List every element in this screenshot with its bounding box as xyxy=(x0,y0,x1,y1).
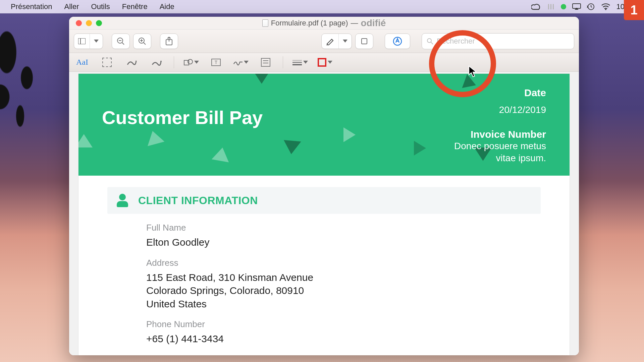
decor-triangle xyxy=(343,127,356,142)
note-icon xyxy=(261,58,270,67)
rotate-icon xyxy=(360,37,368,45)
phone-label: Phone Number xyxy=(146,319,541,329)
client-info-title: CLIENT INFORMATION xyxy=(138,194,258,207)
svg-rect-6 xyxy=(78,38,86,44)
adjustments-icon[interactable] xyxy=(547,3,555,10)
svg-rect-2 xyxy=(553,4,554,9)
airplay-icon[interactable] xyxy=(572,3,581,10)
signature-icon xyxy=(233,59,243,66)
date-label: Date xyxy=(435,87,546,99)
window-traffic-lights xyxy=(69,20,102,26)
textbox-icon: T xyxy=(211,59,221,66)
fullname-value: Elton Goodley xyxy=(146,236,541,249)
markup-toolbar: AaI T xyxy=(69,53,579,72)
highlighter-icon xyxy=(326,37,334,45)
text-select-tool[interactable]: AaI xyxy=(74,56,90,69)
sidebar-icon xyxy=(78,38,86,44)
address-value: 115 East Road, 310 Kinsman Avenue Colora… xyxy=(146,271,541,311)
zoom-out-icon xyxy=(117,37,125,45)
textbox-tool[interactable]: T xyxy=(208,56,224,69)
fullname-label: Full Name xyxy=(146,223,541,233)
menu-presentation[interactable]: Présentation xyxy=(5,2,58,11)
menu-aide[interactable]: Aide xyxy=(154,2,180,11)
chevron-down-icon xyxy=(343,40,347,43)
decor-triangle xyxy=(253,74,270,84)
decor-triangle xyxy=(78,134,93,147)
menu-aller[interactable]: Aller xyxy=(58,2,85,11)
sidebar-view-button[interactable] xyxy=(74,34,103,49)
invoice-number-label: Invoice Number xyxy=(435,129,546,140)
shapes-tool[interactable] xyxy=(183,56,199,69)
window-title-modified: odifié xyxy=(361,18,386,28)
zoom-in-button[interactable] xyxy=(133,34,151,49)
window-titlebar[interactable]: Formulaire.pdf (1 page) — odifié xyxy=(69,17,579,29)
svg-rect-28 xyxy=(318,59,326,66)
macos-menubar: Présentation Aller Outils Fenêtre Aide 1… xyxy=(0,0,644,13)
sketch-icon xyxy=(127,59,137,66)
phone-value: +65 (1) 441-3434 xyxy=(146,332,541,346)
search-input[interactable]: Rechercher xyxy=(422,33,574,49)
person-icon xyxy=(117,194,128,207)
date-value: 20/12/2019 xyxy=(435,105,546,115)
creative-cloud-icon[interactable] xyxy=(531,3,541,10)
stroke-color-tool[interactable] xyxy=(317,56,333,69)
status-tray: 100 % xyxy=(531,2,639,11)
pdf-page: Customer Bill Pay Date 20/12/2019 Invoic… xyxy=(78,74,570,355)
svg-point-20 xyxy=(427,39,431,43)
rotate-button[interactable] xyxy=(355,34,373,49)
svg-rect-3 xyxy=(573,4,581,8)
pdf-hero: Customer Bill Pay Date 20/12/2019 Invoic… xyxy=(78,74,570,176)
decor-triangle xyxy=(414,141,426,156)
highlight-button[interactable] xyxy=(321,34,352,49)
toolbar-separator xyxy=(283,56,283,68)
time-machine-icon[interactable] xyxy=(587,3,595,11)
zoom-in-icon xyxy=(138,37,146,45)
share-icon xyxy=(165,37,173,46)
markup-icon xyxy=(392,36,402,46)
decor-triangle xyxy=(144,129,165,146)
email-label: E-mail xyxy=(146,354,541,355)
client-info-header: CLIENT INFORMATION xyxy=(107,187,541,214)
svg-line-21 xyxy=(431,42,433,44)
window-title-filename: Formulaire.pdf (1 page) xyxy=(271,19,348,27)
primary-toolbar: Rechercher xyxy=(69,29,579,53)
svg-point-22 xyxy=(160,61,162,62)
wifi-icon[interactable] xyxy=(601,3,610,10)
rect-select-tool[interactable] xyxy=(99,56,115,69)
stroke-width-tool[interactable] xyxy=(292,56,308,69)
chevron-down-icon xyxy=(328,61,332,64)
invoice-number-value: Donec posuere metus vitae ipsum. xyxy=(435,140,546,165)
chevron-down-icon xyxy=(303,61,308,64)
wallpaper-tree xyxy=(0,27,54,154)
note-tool[interactable] xyxy=(258,56,273,69)
svg-rect-1 xyxy=(550,4,551,9)
status-dot-icon[interactable] xyxy=(561,4,566,9)
document-viewport[interactable]: Customer Bill Pay Date 20/12/2019 Invoic… xyxy=(69,72,579,355)
sign-tool[interactable] xyxy=(233,56,249,69)
draw-tool[interactable] xyxy=(149,56,164,69)
preview-window: Formulaire.pdf (1 page) — odifié xyxy=(69,17,579,355)
selection-rect-icon xyxy=(102,58,112,67)
chevron-down-icon xyxy=(194,61,199,64)
menu-fenetre[interactable]: Fenêtre xyxy=(116,2,154,11)
search-icon xyxy=(427,38,433,45)
menu-outils[interactable]: Outils xyxy=(85,2,116,11)
share-button[interactable] xyxy=(160,34,178,49)
sketch-tool[interactable] xyxy=(124,56,140,69)
zoom-out-button[interactable] xyxy=(112,34,130,49)
chevron-down-icon xyxy=(94,40,99,43)
close-window-button[interactable] xyxy=(76,20,82,26)
pdf-file-icon xyxy=(262,19,268,27)
decor-triangle xyxy=(282,140,301,155)
markup-toggle-button[interactable] xyxy=(385,34,410,49)
draw-icon xyxy=(152,59,162,66)
stroke-color-icon xyxy=(318,58,326,67)
svg-point-5 xyxy=(605,9,606,10)
chevron-down-icon xyxy=(244,61,249,64)
decor-triangle xyxy=(212,146,231,162)
svg-rect-18 xyxy=(362,39,367,44)
minimize-window-button[interactable] xyxy=(86,20,92,26)
svg-rect-0 xyxy=(548,4,549,9)
lines-icon xyxy=(292,59,302,65)
zoom-window-button[interactable] xyxy=(96,20,102,26)
